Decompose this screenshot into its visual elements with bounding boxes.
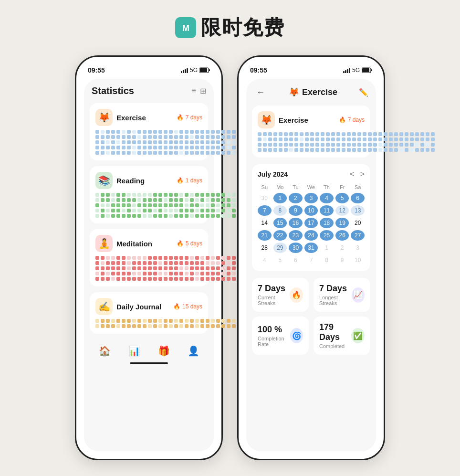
calendar-day[interactable]: 7 [258, 205, 272, 216]
calendar-day[interactable]: 20 [351, 218, 365, 228]
calendar-day[interactable]: 2 [335, 243, 349, 253]
habit-card-reading[interactable]: 📚 Reading 🔥1 days [90, 166, 208, 223]
edit-button[interactable]: ✏️ [359, 88, 368, 97]
header-title: 限时免费 [201, 14, 285, 41]
calendar-day[interactable]: 6 [289, 255, 303, 265]
habit-card-journal[interactable]: ✍️ Daily Journal 🔥15 days [90, 292, 208, 334]
calendar-day[interactable]: 11 [320, 205, 334, 216]
calendar-day[interactable]: 5 [273, 255, 287, 265]
exercise-streak: 🔥7 days [177, 114, 202, 121]
svg-rect-4 [209, 69, 210, 71]
stat-box-completion: 100 % Completion Rate 🌀 [252, 317, 309, 355]
right-network: 5G [352, 67, 360, 74]
calendar-nav[interactable]: < > [350, 170, 365, 179]
calendar-day[interactable]: 10 [304, 205, 318, 216]
next-month-button[interactable]: > [360, 170, 365, 179]
app-icon: M [175, 17, 196, 38]
calendar-day[interactable]: 25 [320, 230, 334, 241]
meditation-streak: 🔥5 days [177, 240, 202, 247]
calendar-day[interactable]: 5 [335, 193, 349, 203]
calendar-day[interactable]: 24 [304, 230, 318, 241]
current-streaks-value: 7 Days [258, 284, 290, 294]
calendar-day[interactable]: 15 [273, 218, 287, 228]
prev-month-button[interactable]: < [350, 170, 354, 179]
calendar-day[interactable]: 18 [320, 218, 334, 228]
nav-home[interactable]: 🏠 [99, 345, 111, 357]
calendar-day[interactable]: 4 [320, 193, 334, 203]
calendar-day[interactable]: 23 [289, 230, 303, 241]
meditation-dot-grid [95, 256, 202, 281]
calendar-day[interactable]: 6 [351, 193, 365, 203]
calendar-day[interactable]: 22 [273, 230, 287, 241]
header: M 限时免费 [175, 14, 285, 41]
nav-profile[interactable]: 👤 [188, 345, 199, 357]
calendar-day[interactable]: 13 [351, 205, 365, 216]
left-phone: 09:55 5G Statistics ≡ ⊞ [75, 55, 223, 460]
calendar-day[interactable]: 21 [258, 230, 272, 241]
calendar-day[interactable]: 9 [289, 205, 303, 216]
reading-emoji: 📚 [95, 172, 113, 189]
calendar-weekday-header: Th [320, 183, 334, 191]
calendar-day[interactable]: 1 [320, 243, 334, 253]
calendar-day[interactable]: 30 [289, 243, 303, 253]
calendar-weekday-header: We [304, 183, 318, 191]
exercise-name: Exercise [116, 114, 146, 122]
calendar-day[interactable]: 3 [351, 243, 365, 253]
stats-header-icons[interactable]: ≡ ⊞ [192, 86, 206, 95]
detail-header: ← 🦊 Exercise ✏️ [252, 85, 370, 99]
detail-title: 🦊 Exercise [289, 87, 337, 97]
calendar-day[interactable]: 26 [335, 230, 349, 241]
calendar-day[interactable]: 28 [258, 243, 272, 253]
stats-footer: 7 Days Current Streaks 🔥 7 Days Longest … [252, 278, 370, 355]
stats-title: Statistics [92, 85, 134, 96]
calendar-day[interactable]: 1 [273, 193, 287, 203]
calendar-day[interactable]: 14 [258, 218, 272, 228]
nav-gifts[interactable]: 🎁 [158, 345, 170, 357]
calendar-day[interactable]: 2 [289, 193, 303, 203]
nav-stats[interactable]: 📊 [128, 345, 140, 357]
left-status-icons: 5G [181, 67, 210, 74]
meditation-name: Meditation [116, 240, 152, 248]
grid-icon[interactable]: ⊞ [200, 86, 206, 95]
habit-card-meditation[interactable]: 🧘 Meditation 🔥5 days [90, 229, 208, 286]
calendar-weekday-header: Sa [351, 183, 365, 191]
svg-rect-7 [371, 69, 372, 71]
calendar-day[interactable]: 12 [335, 205, 349, 216]
journal-emoji: ✍️ [95, 298, 113, 315]
calendar-day[interactable]: 7 [304, 255, 318, 265]
back-button[interactable]: ← [254, 85, 267, 99]
completion-label: Completion Rate [258, 336, 290, 347]
left-network: 5G [190, 67, 198, 74]
habit-card-exercise[interactable]: 🦊 Exercise 🔥7 days [90, 103, 208, 160]
bottom-nav: 🏠 📊 🎁 👤 [90, 339, 208, 359]
calendar-day[interactable]: 27 [351, 230, 365, 241]
calendar-day[interactable]: 3 [304, 193, 318, 203]
svg-rect-3 [200, 68, 207, 72]
calendar-day[interactable]: 4 [258, 255, 272, 265]
completion-icon: 🌀 [290, 328, 303, 343]
calendar-day[interactable]: 31 [304, 243, 318, 253]
meditation-emoji: 🧘 [95, 235, 113, 252]
calendar-day[interactable]: 19 [335, 218, 349, 228]
stat-box-longest-streaks: 7 Days Longest Streaks 📈 [314, 278, 370, 312]
calendar-day[interactable]: 9 [335, 255, 349, 265]
exercise-dot-grid [95, 130, 202, 155]
left-phone-content: Statistics ≡ ⊞ 🦊 Exercise 🔥7 days [84, 79, 214, 451]
right-status-icons: 5G [343, 67, 372, 74]
current-streaks-icon: 🔥 [290, 287, 303, 303]
menu-icon[interactable]: ≡ [192, 86, 196, 95]
stats-header: Statistics ≡ ⊞ [90, 85, 208, 96]
calendar-day[interactable]: 17 [304, 218, 318, 228]
calendar-day[interactable]: 8 [320, 255, 334, 265]
detail-emoji: 🦊 [289, 87, 299, 97]
calendar-day[interactable]: 16 [289, 218, 303, 228]
calendar-day[interactable]: 29 [273, 243, 287, 253]
calendar-weekday-header: Fr [335, 183, 349, 191]
completed-icon: ✅ [351, 328, 365, 343]
calendar-day[interactable]: 8 [273, 205, 287, 216]
calendar-day[interactable]: 30 [258, 193, 272, 203]
journal-dot-grid [95, 319, 202, 328]
longest-streaks-value: 7 Days [319, 284, 352, 294]
calendar-day[interactable]: 10 [351, 255, 365, 265]
calendar: July 2024 < > SuMoTuWeThFrSa301234567891… [252, 164, 370, 271]
